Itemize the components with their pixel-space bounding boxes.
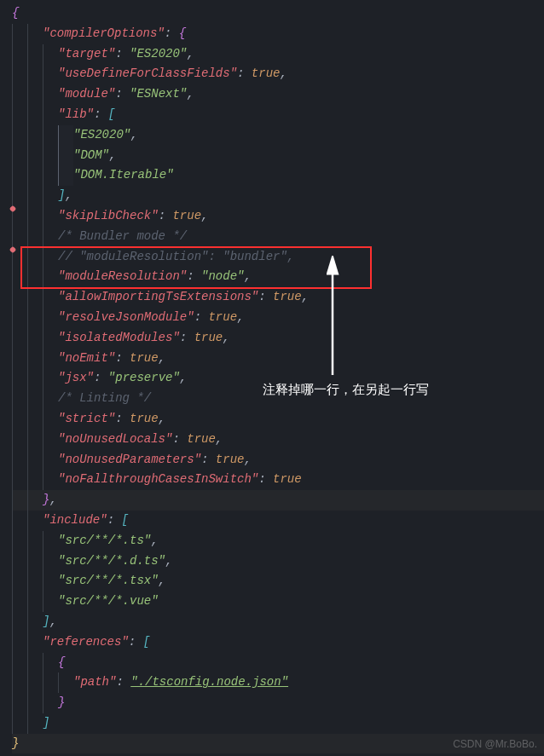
- brace-open: {: [12, 6, 19, 20]
- code-line[interactable]: "noUnusedParameters": true,: [12, 450, 544, 470]
- commented-out-line: // "moduleResolution": "bundler",: [58, 250, 294, 263]
- code-line[interactable]: },: [12, 490, 544, 511]
- code-line[interactable]: "target": "ES2020",: [12, 44, 544, 65]
- code-line[interactable]: "skipLibCheck": true,: [12, 206, 544, 227]
- code-line[interactable]: ],: [12, 186, 544, 206]
- code-line[interactable]: "moduleResolution": "node",: [12, 267, 544, 287]
- code-line[interactable]: "DOM",: [12, 146, 544, 166]
- code-line[interactable]: "references": [: [12, 632, 544, 653]
- comment: /* Bundler mode */: [58, 229, 187, 243]
- code-line[interactable]: {: [12, 653, 544, 673]
- code-line[interactable]: "resolveJsonModule": true,: [12, 308, 544, 328]
- code-line[interactable]: ]: [12, 713, 544, 734]
- brace-close: }: [12, 736, 19, 750]
- code-line[interactable]: "compilerOptions": {: [12, 24, 544, 44]
- code-line[interactable]: "useDefineForClassFields": true,: [12, 64, 544, 84]
- code-line[interactable]: "noFallthroughCasesInSwitch": true: [12, 470, 544, 490]
- code-line[interactable]: ],: [12, 612, 544, 632]
- code-line[interactable]: "src/**/*.d.ts",: [12, 551, 544, 572]
- code-line[interactable]: "src/**/*.vue": [12, 592, 544, 612]
- code-line[interactable]: // "moduleResolution": "bundler",: [12, 247, 544, 268]
- annotation-label: 注释掉哪一行，在另起一行写: [263, 378, 429, 401]
- code-line[interactable]: "noEmit": true,: [12, 349, 544, 369]
- comment: /* Linting */: [58, 391, 151, 405]
- code-line[interactable]: "noUnusedLocals": true,: [12, 430, 544, 450]
- code-line[interactable]: "allowImportingTsExtensions": true,: [12, 287, 544, 308]
- code-line[interactable]: }: [12, 693, 544, 713]
- code-line[interactable]: "src/**/*.ts",: [12, 531, 544, 551]
- watermark: CSDN @Mr.BoBo.: [453, 736, 537, 753]
- json-key: "compilerOptions": [43, 26, 165, 40]
- code-line[interactable]: "include": [: [12, 511, 544, 531]
- code-line[interactable]: "module": "ESNext",: [12, 84, 544, 105]
- code-line[interactable]: "ES2020",: [12, 125, 544, 146]
- code-line[interactable]: "lib": [: [12, 105, 544, 125]
- code-line[interactable]: "DOM.Iterable": [12, 165, 544, 186]
- code-line[interactable]: {: [12, 3, 544, 24]
- code-line[interactable]: /* Bundler mode */: [12, 227, 544, 247]
- code-line[interactable]: "strict": true,: [12, 409, 544, 430]
- code-line[interactable]: "path": "./tsconfig.node.json": [12, 672, 544, 693]
- code-line[interactable]: "isolatedModules": true,: [12, 328, 544, 349]
- code-line[interactable]: "src/**/*.tsx",: [12, 571, 544, 592]
